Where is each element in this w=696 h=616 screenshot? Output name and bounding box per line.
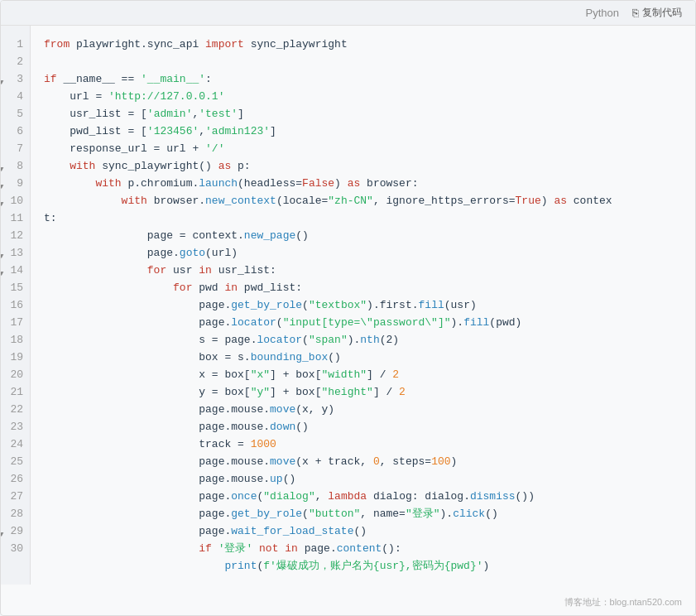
line-number: 20 xyxy=(1,366,30,383)
line-number: 1 xyxy=(1,36,30,53)
line-number: 14 xyxy=(1,262,30,279)
code-line: pwd_list = ['123456','admin123'] xyxy=(31,123,695,140)
code-line: with sync_playwright() as p: xyxy=(31,157,695,175)
line-number: 27 xyxy=(1,488,30,505)
line-number: 29 xyxy=(1,522,30,540)
code-line: page.locator("input[type=\"password\"]")… xyxy=(31,314,695,331)
line-number: 15 xyxy=(1,279,30,296)
line-number: 9 xyxy=(1,175,30,192)
line-number: 25 xyxy=(1,453,30,470)
code-line: if '登录' not in page.content(): xyxy=(31,540,695,557)
watermark: 博客地址：blog.ntan520.com xyxy=(564,596,682,609)
line-number: 19 xyxy=(1,349,30,366)
line-number: 6 xyxy=(1,123,30,140)
line-number: 3 xyxy=(1,70,30,88)
code-line: page.mouse.move(x, y) xyxy=(31,401,695,418)
line-number: 24 xyxy=(1,436,30,453)
code-line: track = 1000 xyxy=(31,436,695,453)
code-line: response_url = url + '/' xyxy=(31,140,695,157)
line-number: 17 xyxy=(1,314,30,331)
code-line: with p.chromium.launch(headless=False) a… xyxy=(31,175,695,192)
line-number: 7 xyxy=(1,140,30,157)
code-line: print(f'爆破成功，账户名为{usr},密码为{pwd}') xyxy=(31,557,695,575)
code-line: box = s.bounding_box() xyxy=(31,349,695,366)
code-line: url = 'http://127.0.0.1' xyxy=(31,88,695,105)
code-line: page.get_by_role("button", name="登录").cl… xyxy=(31,505,695,522)
copy-button[interactable]: ⎘ 复制代码 xyxy=(632,6,682,20)
line-number: 18 xyxy=(1,331,30,349)
code-line: page.mouse.move(x + track, 0, steps=100) xyxy=(31,453,695,470)
line-number: 23 xyxy=(1,418,30,436)
code-line: s = page.locator("span").nth(2) xyxy=(31,331,695,349)
code-line: x = box["x"] + box["width"] / 2 xyxy=(31,366,695,383)
code-line: page.mouse.up() xyxy=(31,470,695,488)
line-number: 30 xyxy=(1,540,30,557)
code-line: page.once("dialog", lambda dialog: dialo… xyxy=(31,488,695,505)
line-number: 22 xyxy=(1,401,30,418)
line-number: 12 xyxy=(1,227,30,244)
code-line: y = box["y"] + box["height"] / 2 xyxy=(31,383,695,401)
code-line: from playwright.sync_api import sync_pla… xyxy=(31,36,695,53)
line-number: 2 xyxy=(1,53,30,70)
code-line xyxy=(31,53,695,70)
code-header: Python ⎘ 复制代码 xyxy=(1,1,695,26)
line-number: 13 xyxy=(1,244,30,262)
code-line: page.goto(url) xyxy=(31,244,695,262)
line-number: 28 xyxy=(1,505,30,522)
line-number: 10 xyxy=(1,192,30,209)
line-number: 21 xyxy=(1,383,30,401)
code-lines: from playwright.sync_api import sync_pla… xyxy=(31,26,695,585)
line-number: 5 xyxy=(1,105,30,123)
code-line: page.mouse.down() xyxy=(31,418,695,436)
line-numbers: 1234567891011121314151617181920212223242… xyxy=(1,26,31,585)
code-line: if __name__ == '__main__': xyxy=(31,70,695,88)
code-line: page.wait_for_load_state() xyxy=(31,522,695,540)
line-number: 16 xyxy=(1,296,30,314)
code-line: for usr in usr_list: xyxy=(31,262,695,279)
line-number: 26 xyxy=(1,470,30,488)
copy-label: 复制代码 xyxy=(642,6,682,20)
code-line: page.get_by_role("textbox").first.fill(u… xyxy=(31,296,695,314)
code-line: with browser.new_context(locale="zh-CN",… xyxy=(31,192,695,209)
code-line: for pwd in pwd_list: xyxy=(31,279,695,296)
code-line: page = context.new_page() xyxy=(31,227,695,244)
code-lang: Python xyxy=(586,7,619,19)
copy-icon: ⎘ xyxy=(632,7,639,19)
code-line: usr_list = ['admin','test'] xyxy=(31,105,695,123)
code-line: t: xyxy=(31,209,695,227)
code-container: Python ⎘ 复制代码 12345678910111213141516171… xyxy=(0,0,696,616)
line-number: 4 xyxy=(1,88,30,105)
line-number: 8 xyxy=(1,157,30,175)
code-body: 1234567891011121314151617181920212223242… xyxy=(1,26,695,585)
line-number: 11 xyxy=(1,209,30,227)
